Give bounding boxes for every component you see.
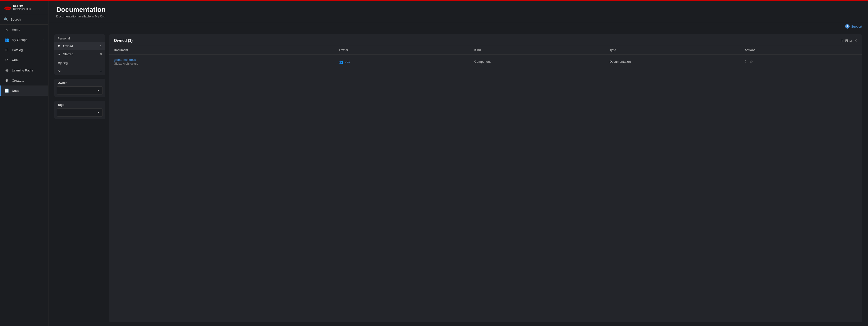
sidebar-item-docs[interactable]: 📄 Docs [0,86,48,96]
filter-item-all[interactable]: All 1 [54,67,105,75]
docs-icon: 📄 [5,88,9,93]
column-type: Type [610,48,745,52]
type-cell: Documentation [610,60,745,63]
sidebar-item-label: Catalog [12,48,23,52]
filter-icon: ⊟ [840,39,843,43]
redhat-logo-icon [4,5,12,10]
catalog-icon: ⊞ [5,48,9,52]
all-label: All [58,69,61,73]
star-button[interactable]: ☆ [749,59,753,64]
share-button[interactable]: ⤴ [745,60,747,64]
tags-select[interactable]: ▾ [57,108,103,117]
support-label: Support [851,25,862,28]
learning-paths-icon: ◎ [5,68,9,72]
sidebar-item-apis[interactable]: ⟳ APIs [0,55,48,65]
doc-subtitle: Global Architecture [114,62,339,65]
filter-bar: ⊟ Filter ✕ [840,38,857,43]
home-icon: ⌂ [5,28,9,32]
column-actions: Actions [745,48,857,52]
owned-label: Owned [63,44,73,48]
starred-icon: ★ [58,52,61,56]
column-document: Document [114,48,339,52]
owner-select[interactable]: ▾ [57,87,103,94]
personal-filter-section: Personal ⚙ Owned 1 ★ Starred 0 [54,34,105,75]
support-button[interactable]: ? Support [845,24,862,29]
tags-filter: Tags ▾ [54,101,105,119]
right-panel: Owned (1) ⊟ Filter ✕ Document Owner Kind… [109,34,862,322]
search-label: Search [11,18,21,21]
sidebar-item-learning-paths[interactable]: ◎ Learning Paths [0,65,48,75]
owner-group-icon: 👥 [339,60,343,64]
kind-cell: Component [474,60,610,63]
tags-filter-label: Tags [54,101,105,108]
owner-name: pe1 [345,60,350,63]
filter-item-owned[interactable]: ⚙ Owned 1 [54,42,105,50]
filter-item-starred[interactable]: ★ Starred 0 [54,50,105,58]
create-icon: ⊕ [5,78,9,83]
logo-bottom-line: Developer Hub [13,7,31,11]
main-content: Documentation Documentation available in… [49,1,868,326]
sidebar-item-label: Docs [12,89,19,93]
svg-rect-1 [6,7,9,8]
page-title: Documentation [56,6,860,13]
sidebar-item-my-groups[interactable]: 👥 My Groups › [0,35,48,45]
sidebar-item-label: Home [12,28,20,31]
sidebar: Red Hat Developer Hub 🔍 Search ⌂ Home 👥 … [0,1,49,326]
apis-icon: ⟳ [5,58,9,62]
filter-close-button[interactable]: ✕ [854,38,857,43]
doc-name-link[interactable]: global-techdocs [114,58,339,62]
sidebar-nav: ⌂ Home 👥 My Groups › ⊞ Catalog ⟳ [0,25,48,326]
sidebar-item-create[interactable]: ⊕ Create... [0,75,48,86]
starred-count: 0 [100,52,102,56]
redhat-logo: Red Hat Developer Hub [4,4,31,11]
owner-filter-label: Owner [54,79,105,87]
filter-label: Filter [845,39,852,42]
sidebar-item-label: Create... [12,79,24,83]
sidebar-item-label: Learning Paths [12,69,33,72]
personal-section-title: Personal [54,34,105,42]
actions-cell: ⤴ ☆ [745,59,857,64]
support-icon: ? [845,24,849,29]
chevron-down-icon: ▾ [97,111,99,114]
owned-count: 1 [100,44,102,48]
table-title: Owned (1) [114,38,132,43]
starred-label: Starred [63,52,73,56]
owner-filter: Owner ▾ [54,79,105,97]
sidebar-item-label: My Groups [12,38,27,42]
content-area: Personal ⚙ Owned 1 ★ Starred 0 [49,31,868,326]
all-count: 1 [100,69,102,73]
chevron-right-icon: › [43,38,44,41]
page-subtitle: Documentation available in My Org [56,14,860,18]
left-panel: Personal ⚙ Owned 1 ★ Starred 0 [54,34,105,322]
search-icon: 🔍 [4,17,8,22]
support-bar: ? Support [49,22,868,31]
chevron-down-icon: ▾ [97,89,99,92]
page-header: Documentation Documentation available in… [49,1,868,22]
logo-text: Red Hat Developer Hub [13,4,31,11]
owner-cell[interactable]: 👥 pe1 [339,60,474,64]
my-org-section-title: My Org [54,59,105,67]
sidebar-item-catalog[interactable]: ⊞ Catalog [0,45,48,55]
sidebar-item-label: APIs [12,58,19,62]
app-layout: Red Hat Developer Hub 🔍 Search ⌂ Home 👥 … [0,1,868,326]
search-button[interactable]: 🔍 Search [0,14,48,25]
column-kind: Kind [474,48,610,52]
sidebar-logo: Red Hat Developer Hub [0,1,48,14]
table-header: Owned (1) ⊟ Filter ✕ [109,34,862,46]
my-groups-icon: 👥 [5,37,9,42]
table-columns: Document Owner Kind Type Actions [109,46,862,55]
sidebar-item-home[interactable]: ⌂ Home [0,25,48,35]
column-owner: Owner [339,48,474,52]
logo-top-line: Red Hat [13,4,31,7]
owned-icon: ⚙ [58,44,61,48]
table-row: global-techdocs Global Architecture 👥 pe… [109,55,862,69]
